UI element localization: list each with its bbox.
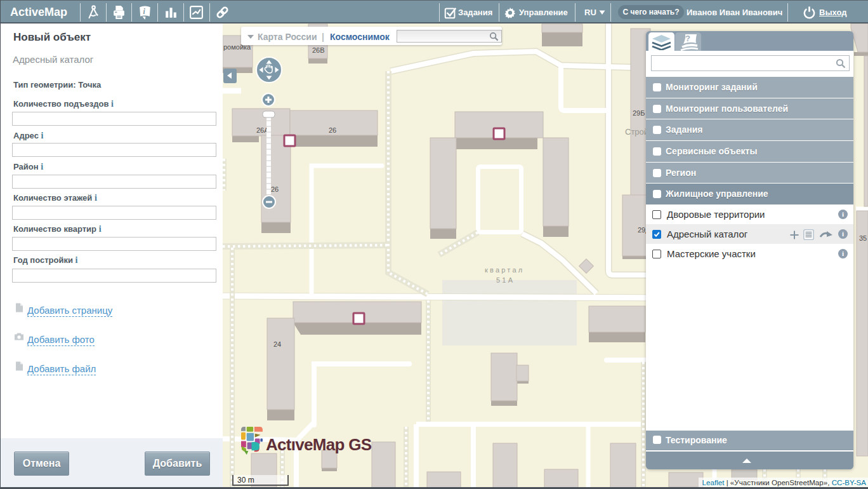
svg-text:26: 26: [271, 185, 279, 193]
svg-text:26: 26: [329, 126, 336, 134]
svg-text:26В: 26В: [312, 46, 325, 54]
svg-text:квартал: квартал: [485, 266, 524, 274]
svg-text:51А: 51А: [496, 276, 515, 284]
svg-text:Строй: Строй: [625, 127, 648, 137]
svg-text:24: 24: [273, 340, 281, 348]
svg-text:35: 35: [859, 234, 867, 242]
svg-text:?: ?: [685, 34, 690, 43]
